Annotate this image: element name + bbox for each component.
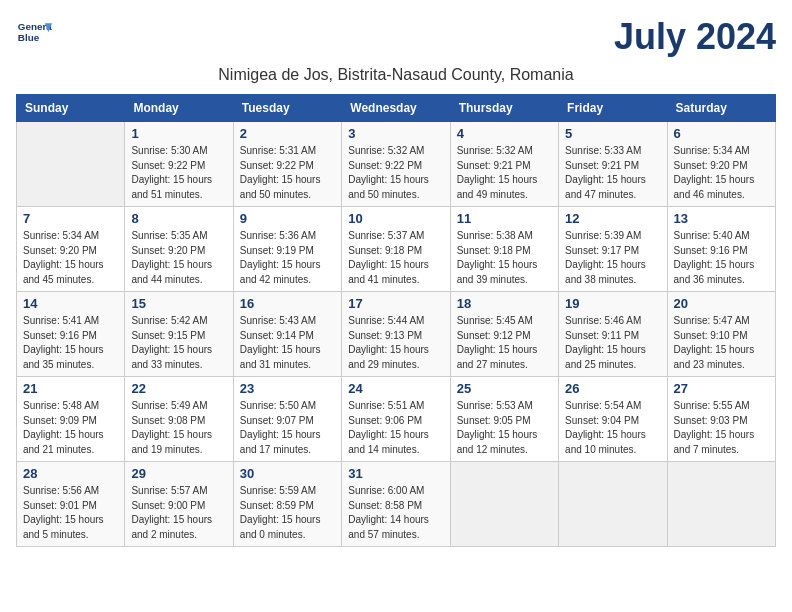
- day-info: Sunrise: 5:48 AM Sunset: 9:09 PM Dayligh…: [23, 399, 118, 457]
- calendar-cell: 19Sunrise: 5:46 AM Sunset: 9:11 PM Dayli…: [559, 292, 667, 377]
- day-info: Sunrise: 5:50 AM Sunset: 9:07 PM Dayligh…: [240, 399, 335, 457]
- calendar-cell: 26Sunrise: 5:54 AM Sunset: 9:04 PM Dayli…: [559, 377, 667, 462]
- weekday-header-friday: Friday: [559, 95, 667, 122]
- day-number: 23: [240, 381, 335, 396]
- calendar-cell: 12Sunrise: 5:39 AM Sunset: 9:17 PM Dayli…: [559, 207, 667, 292]
- calendar-cell: [667, 462, 775, 547]
- day-number: 1: [131, 126, 226, 141]
- day-info: Sunrise: 5:41 AM Sunset: 9:16 PM Dayligh…: [23, 314, 118, 372]
- day-info: Sunrise: 5:43 AM Sunset: 9:14 PM Dayligh…: [240, 314, 335, 372]
- day-info: Sunrise: 5:46 AM Sunset: 9:11 PM Dayligh…: [565, 314, 660, 372]
- day-number: 17: [348, 296, 443, 311]
- calendar-cell: 27Sunrise: 5:55 AM Sunset: 9:03 PM Dayli…: [667, 377, 775, 462]
- calendar-cell: 11Sunrise: 5:38 AM Sunset: 9:18 PM Dayli…: [450, 207, 558, 292]
- calendar-cell: [559, 462, 667, 547]
- day-info: Sunrise: 5:55 AM Sunset: 9:03 PM Dayligh…: [674, 399, 769, 457]
- day-number: 5: [565, 126, 660, 141]
- logo: General Blue: [16, 16, 52, 52]
- calendar-cell: 25Sunrise: 5:53 AM Sunset: 9:05 PM Dayli…: [450, 377, 558, 462]
- calendar-cell: 30Sunrise: 5:59 AM Sunset: 8:59 PM Dayli…: [233, 462, 341, 547]
- day-info: Sunrise: 5:49 AM Sunset: 9:08 PM Dayligh…: [131, 399, 226, 457]
- calendar-cell: 10Sunrise: 5:37 AM Sunset: 9:18 PM Dayli…: [342, 207, 450, 292]
- calendar-cell: 2Sunrise: 5:31 AM Sunset: 9:22 PM Daylig…: [233, 122, 341, 207]
- day-info: Sunrise: 6:00 AM Sunset: 8:58 PM Dayligh…: [348, 484, 443, 542]
- day-number: 13: [674, 211, 769, 226]
- location-title: Nimigea de Jos, Bistrita-Nasaud County, …: [16, 66, 776, 84]
- calendar-cell: 6Sunrise: 5:34 AM Sunset: 9:20 PM Daylig…: [667, 122, 775, 207]
- day-number: 20: [674, 296, 769, 311]
- day-info: Sunrise: 5:38 AM Sunset: 9:18 PM Dayligh…: [457, 229, 552, 287]
- day-info: Sunrise: 5:30 AM Sunset: 9:22 PM Dayligh…: [131, 144, 226, 202]
- day-info: Sunrise: 5:59 AM Sunset: 8:59 PM Dayligh…: [240, 484, 335, 542]
- calendar-cell: 8Sunrise: 5:35 AM Sunset: 9:20 PM Daylig…: [125, 207, 233, 292]
- day-number: 2: [240, 126, 335, 141]
- day-number: 8: [131, 211, 226, 226]
- day-info: Sunrise: 5:32 AM Sunset: 9:21 PM Dayligh…: [457, 144, 552, 202]
- day-info: Sunrise: 5:56 AM Sunset: 9:01 PM Dayligh…: [23, 484, 118, 542]
- day-number: 22: [131, 381, 226, 396]
- svg-text:Blue: Blue: [18, 32, 40, 43]
- day-number: 18: [457, 296, 552, 311]
- day-number: 29: [131, 466, 226, 481]
- calendar-cell: 14Sunrise: 5:41 AM Sunset: 9:16 PM Dayli…: [17, 292, 125, 377]
- weekday-header-wednesday: Wednesday: [342, 95, 450, 122]
- day-number: 3: [348, 126, 443, 141]
- logo-icon: General Blue: [16, 16, 52, 52]
- weekday-header-sunday: Sunday: [17, 95, 125, 122]
- calendar-cell: 31Sunrise: 6:00 AM Sunset: 8:58 PM Dayli…: [342, 462, 450, 547]
- weekday-header-monday: Monday: [125, 95, 233, 122]
- calendar-cell: 13Sunrise: 5:40 AM Sunset: 9:16 PM Dayli…: [667, 207, 775, 292]
- calendar-cell: [450, 462, 558, 547]
- calendar-cell: 24Sunrise: 5:51 AM Sunset: 9:06 PM Dayli…: [342, 377, 450, 462]
- day-number: 19: [565, 296, 660, 311]
- day-info: Sunrise: 5:47 AM Sunset: 9:10 PM Dayligh…: [674, 314, 769, 372]
- day-info: Sunrise: 5:44 AM Sunset: 9:13 PM Dayligh…: [348, 314, 443, 372]
- day-number: 7: [23, 211, 118, 226]
- day-number: 24: [348, 381, 443, 396]
- day-info: Sunrise: 5:34 AM Sunset: 9:20 PM Dayligh…: [23, 229, 118, 287]
- calendar-cell: 23Sunrise: 5:50 AM Sunset: 9:07 PM Dayli…: [233, 377, 341, 462]
- day-info: Sunrise: 5:32 AM Sunset: 9:22 PM Dayligh…: [348, 144, 443, 202]
- calendar-cell: [17, 122, 125, 207]
- day-number: 9: [240, 211, 335, 226]
- day-info: Sunrise: 5:33 AM Sunset: 9:21 PM Dayligh…: [565, 144, 660, 202]
- day-number: 6: [674, 126, 769, 141]
- weekday-header-thursday: Thursday: [450, 95, 558, 122]
- day-info: Sunrise: 5:40 AM Sunset: 9:16 PM Dayligh…: [674, 229, 769, 287]
- calendar-cell: 16Sunrise: 5:43 AM Sunset: 9:14 PM Dayli…: [233, 292, 341, 377]
- day-info: Sunrise: 5:37 AM Sunset: 9:18 PM Dayligh…: [348, 229, 443, 287]
- calendar-cell: 4Sunrise: 5:32 AM Sunset: 9:21 PM Daylig…: [450, 122, 558, 207]
- day-number: 14: [23, 296, 118, 311]
- day-info: Sunrise: 5:53 AM Sunset: 9:05 PM Dayligh…: [457, 399, 552, 457]
- day-number: 26: [565, 381, 660, 396]
- calendar-cell: 20Sunrise: 5:47 AM Sunset: 9:10 PM Dayli…: [667, 292, 775, 377]
- day-number: 11: [457, 211, 552, 226]
- day-number: 15: [131, 296, 226, 311]
- calendar-cell: 17Sunrise: 5:44 AM Sunset: 9:13 PM Dayli…: [342, 292, 450, 377]
- day-info: Sunrise: 5:54 AM Sunset: 9:04 PM Dayligh…: [565, 399, 660, 457]
- day-number: 27: [674, 381, 769, 396]
- day-number: 12: [565, 211, 660, 226]
- day-info: Sunrise: 5:57 AM Sunset: 9:00 PM Dayligh…: [131, 484, 226, 542]
- day-info: Sunrise: 5:39 AM Sunset: 9:17 PM Dayligh…: [565, 229, 660, 287]
- day-info: Sunrise: 5:51 AM Sunset: 9:06 PM Dayligh…: [348, 399, 443, 457]
- day-info: Sunrise: 5:42 AM Sunset: 9:15 PM Dayligh…: [131, 314, 226, 372]
- day-number: 4: [457, 126, 552, 141]
- calendar-cell: 29Sunrise: 5:57 AM Sunset: 9:00 PM Dayli…: [125, 462, 233, 547]
- day-number: 10: [348, 211, 443, 226]
- day-number: 25: [457, 381, 552, 396]
- calendar-cell: 28Sunrise: 5:56 AM Sunset: 9:01 PM Dayli…: [17, 462, 125, 547]
- calendar-cell: 21Sunrise: 5:48 AM Sunset: 9:09 PM Dayli…: [17, 377, 125, 462]
- calendar-cell: 3Sunrise: 5:32 AM Sunset: 9:22 PM Daylig…: [342, 122, 450, 207]
- calendar-cell: 1Sunrise: 5:30 AM Sunset: 9:22 PM Daylig…: [125, 122, 233, 207]
- day-number: 30: [240, 466, 335, 481]
- day-info: Sunrise: 5:31 AM Sunset: 9:22 PM Dayligh…: [240, 144, 335, 202]
- calendar-cell: 7Sunrise: 5:34 AM Sunset: 9:20 PM Daylig…: [17, 207, 125, 292]
- weekday-header-tuesday: Tuesday: [233, 95, 341, 122]
- day-number: 31: [348, 466, 443, 481]
- calendar-cell: 9Sunrise: 5:36 AM Sunset: 9:19 PM Daylig…: [233, 207, 341, 292]
- calendar-cell: 5Sunrise: 5:33 AM Sunset: 9:21 PM Daylig…: [559, 122, 667, 207]
- title-block: July 2024: [614, 16, 776, 58]
- day-number: 16: [240, 296, 335, 311]
- day-info: Sunrise: 5:34 AM Sunset: 9:20 PM Dayligh…: [674, 144, 769, 202]
